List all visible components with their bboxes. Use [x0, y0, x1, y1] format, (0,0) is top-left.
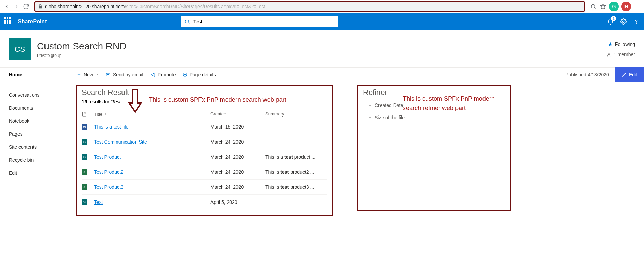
site-logo[interactable]: CS [9, 38, 31, 60]
site-subtitle: Private group [37, 53, 126, 58]
nav-current[interactable]: Home [0, 68, 68, 82]
side-nav: ConversationsDocumentsNotebookPagesSite … [0, 82, 68, 216]
result-row: STest ProductMarch 24, 2020This is a tes… [82, 149, 327, 164]
file-icon [82, 111, 87, 117]
back-button[interactable] [2, 2, 12, 11]
file-type-icon: S [82, 154, 94, 160]
result-link[interactable]: Test Product2 [94, 169, 124, 175]
megaphone-icon [150, 72, 156, 77]
result-link[interactable]: This is a test file [94, 124, 128, 130]
result-created: March 24, 2020 [210, 169, 265, 175]
site-header: CS Custom Search RND Private group Follo… [0, 30, 644, 67]
help-icon[interactable] [633, 18, 640, 25]
suite-brand[interactable]: SharePoint [18, 19, 47, 25]
svg-text:X: X [83, 170, 86, 174]
result-link[interactable]: Test [94, 199, 103, 205]
result-created: March 24, 2020 [210, 154, 265, 160]
plus-icon [77, 72, 81, 77]
file-type-icon: S [82, 199, 94, 205]
suite-search-input[interactable] [193, 19, 335, 24]
result-summary: This is test product3 ... [265, 184, 327, 190]
nav-item-conversations[interactable]: Conversations [9, 88, 68, 101]
site-title[interactable]: Custom Search RND [37, 41, 126, 52]
result-row: STest Communication SiteMarch 24, 2020 [82, 134, 327, 149]
nav-item-pages[interactable]: Pages [9, 127, 68, 140]
suite-search[interactable] [181, 16, 338, 27]
lock-icon [38, 4, 43, 9]
result-link[interactable]: Test Product [94, 154, 121, 160]
pencil-icon [621, 72, 626, 77]
result-summary: This is a test product ... [265, 154, 327, 160]
reload-button[interactable] [21, 2, 31, 11]
result-created: March 24, 2020 [210, 139, 265, 145]
following-toggle[interactable]: Following [607, 41, 635, 47]
edit-button[interactable]: Edit [615, 67, 644, 82]
svg-point-3 [636, 23, 637, 24]
nav-item-site-contents[interactable]: Site contents [9, 140, 68, 154]
svg-point-4 [608, 53, 610, 54]
file-type-icon: X [82, 184, 94, 190]
notification-badge: 1 [611, 16, 616, 21]
notifications-icon[interactable]: 1 [607, 18, 614, 25]
sort-asc-icon [104, 112, 107, 116]
results-title: Search Result [82, 88, 327, 97]
url-text: globalsharepoint2020.sharepoint.com/site… [45, 4, 265, 9]
svg-point-2 [622, 21, 624, 23]
result-created: March 24, 2020 [210, 184, 265, 190]
result-link[interactable]: Test Communication Site [94, 139, 147, 145]
address-bar[interactable]: globalsharepoint2020.sharepoint.com/site… [34, 1, 585, 12]
bookmark-icon[interactable] [598, 2, 608, 11]
browser-toolbar: globalsharepoint2020.sharepoint.com/site… [0, 0, 644, 13]
chevron-down-icon [95, 73, 99, 76]
col-summary[interactable]: Summary [265, 111, 327, 117]
annotation-refiner: This is custom SPFx PnP modern search re… [403, 94, 509, 113]
chevron-down-icon [368, 115, 372, 120]
file-type-icon: W [82, 124, 94, 130]
refiner-item[interactable]: Size of the file [363, 111, 505, 124]
command-bar: Home New Send by email Promote Page deta… [0, 67, 644, 82]
zoom-icon[interactable] [589, 2, 598, 11]
forward-button[interactable] [12, 2, 21, 11]
svg-point-0 [591, 4, 595, 8]
nav-item-notebook[interactable]: Notebook [9, 114, 68, 127]
col-created[interactable]: Created [210, 111, 265, 117]
svg-text:S: S [83, 200, 86, 204]
refiner-panel: Refiner This is custom SPFx PnP modern s… [357, 85, 511, 211]
suite-bar: SharePoint 1 [0, 13, 644, 30]
search-results-panel: Search Result 19 results for 'Test' This… [76, 85, 333, 216]
svg-point-1 [185, 20, 189, 23]
nav-item-documents[interactable]: Documents [9, 101, 68, 114]
send-email-button[interactable]: Send by email [105, 72, 143, 77]
settings-icon[interactable] [620, 18, 627, 25]
app-launcher-icon[interactable] [4, 17, 12, 26]
nav-item-recycle-bin[interactable]: Recycle bin [9, 154, 68, 167]
svg-rect-8 [133, 89, 138, 103]
chevron-down-icon [368, 103, 372, 107]
star-icon [608, 42, 613, 47]
published-date: Published 4/13/2020 [565, 72, 609, 77]
new-button[interactable]: New [77, 72, 99, 77]
result-link[interactable]: Test Product3 [94, 184, 124, 190]
promote-button[interactable]: Promote [150, 72, 176, 77]
svg-text:S: S [83, 140, 86, 144]
svg-rect-9 [133, 102, 137, 105]
file-type-icon: S [82, 139, 94, 145]
annotation-arrow-icon [128, 89, 142, 113]
annotation-results: This is custom SPFx PnP modern search we… [149, 96, 286, 103]
nav-item-edit[interactable]: Edit [9, 167, 68, 180]
profile-avatar-icon[interactable]: H [621, 2, 631, 11]
result-created: March 15, 2020 [210, 124, 265, 130]
result-row: WThis is a test fileMarch 15, 2020 [82, 119, 327, 134]
member-count[interactable]: 1 member [607, 52, 635, 57]
result-row: STestApril 5, 2020 [82, 195, 327, 210]
svg-text:W: W [83, 125, 86, 128]
page-details-button[interactable]: Page details [183, 72, 216, 77]
chrome-menu-icon[interactable]: ⋮ [632, 2, 642, 11]
svg-text:X: X [83, 185, 86, 189]
search-icon [184, 19, 190, 24]
results-header-row: Title Created Summary [82, 109, 327, 119]
col-title[interactable]: Title [94, 111, 210, 117]
mail-icon [105, 72, 111, 77]
grammarly-extension-icon[interactable]: G [609, 2, 619, 11]
svg-point-7 [183, 73, 187, 77]
